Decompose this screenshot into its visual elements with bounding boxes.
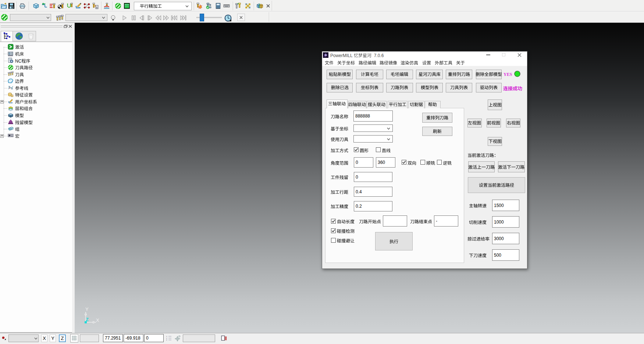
svg-text:X: X bbox=[96, 317, 99, 323]
svg-text:z: z bbox=[166, 339, 167, 341]
svg-text:Y: Y bbox=[85, 306, 89, 312]
svg-text:7.0.6: 7.0.6 bbox=[371, 53, 384, 58]
svg-text:NC: NC bbox=[15, 59, 22, 64]
svg-text:PowerMILL: PowerMILL bbox=[330, 53, 354, 58]
